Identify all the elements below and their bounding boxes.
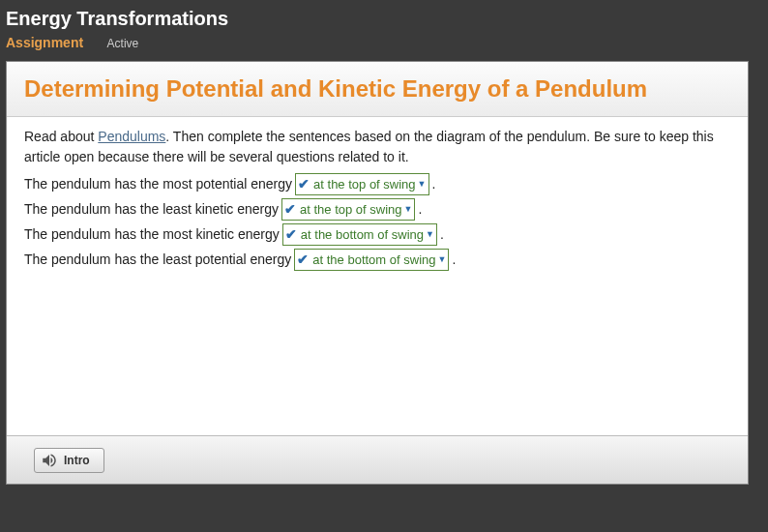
answer-text: at the bottom of swing [312,251,435,270]
app-header: Energy Transformations Assignment Active [0,0,768,57]
content-panel: Determining Potential and Kinetic Energy… [6,61,749,485]
question-title: Determining Potential and Kinetic Energy… [24,75,730,103]
chevron-down-icon: ▼ [437,253,446,267]
sentence-row: The pendulum has the most potential ener… [24,173,730,195]
check-icon: ✔ [297,250,309,270]
answer-text: at the top of swing [300,200,402,220]
sentence-after: . [418,199,422,220]
intro-button-label: Intro [64,454,90,467]
content-body: Read about Pendulums. Then complete the … [7,117,748,283]
assignment-label: Assignment [6,35,83,50]
question-header: Determining Potential and Kinetic Energy… [7,62,748,117]
answer-dropdown[interactable]: ✔ at the bottom of swing ▼ [282,223,437,246]
sentence-after: . [452,250,456,270]
answer-dropdown[interactable]: ✔ at the top of swing ▼ [295,173,428,195]
check-icon: ✔ [284,199,296,220]
sentence-row: The pendulum has the most kinetic energy… [24,223,730,246]
answer-text: at the bottom of swing [301,225,424,245]
sentence-before: The pendulum has the least potential ene… [24,250,291,270]
sentence-before: The pendulum has the most kinetic energy [24,224,280,245]
pendulums-link[interactable]: Pendulums [98,129,165,144]
answer-text: at the top of swing [313,175,416,194]
sentence-before: The pendulum has the least kinetic energ… [24,199,279,220]
chevron-down-icon: ▼ [426,228,434,242]
sentence-row: The pendulum has the least potential ene… [24,249,730,271]
check-icon: ✔ [285,224,297,245]
sentence-before: The pendulum has the most potential ener… [24,174,292,194]
sentence-after: . [432,174,436,194]
chevron-down-icon: ▼ [418,178,427,192]
check-icon: ✔ [298,174,310,194]
speaker-icon [41,452,58,469]
intro-button[interactable]: Intro [34,448,104,473]
answer-dropdown[interactable]: ✔ at the bottom of swing ▼ [294,249,449,271]
chevron-down-icon: ▼ [404,203,413,217]
page-title: Energy Transformations [6,8,762,30]
sentence-row: The pendulum has the least kinetic energ… [24,198,730,221]
sentence-after: . [440,224,444,245]
subheader: Assignment Active [6,34,762,51]
answer-dropdown[interactable]: ✔ at the top of swing ▼ [281,198,415,221]
status-label: Active [107,37,139,50]
intro-text: Read about Pendulums. Then complete the … [24,127,730,167]
footer-bar: Intro [7,435,748,484]
intro-prefix: Read about [24,129,98,144]
